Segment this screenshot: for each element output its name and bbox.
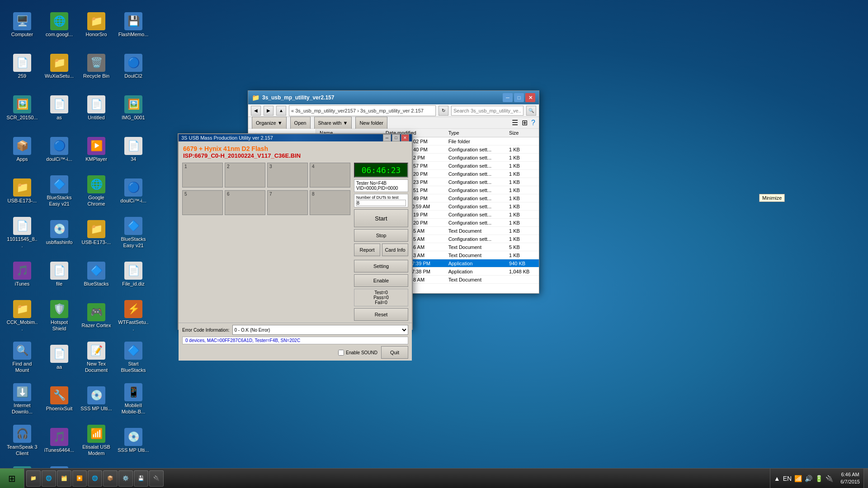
desktop-icon-mobileII[interactable]: 📱 MobileII Mobile-B... bbox=[116, 379, 151, 419]
desktop-icon-bluestacks[interactable]: 🔷 BlueStacks bbox=[79, 254, 114, 295]
desktop-icon-wuxiasetu[interactable]: 📁 WuXiaSetu... bbox=[42, 46, 77, 87]
taskbar-item-media[interactable]: ▶️ bbox=[72, 470, 87, 487]
slot-num-label: 7 bbox=[269, 192, 272, 197]
search-button[interactable]: 🔍 bbox=[526, 106, 536, 116]
desktop-icon-sss-mp2[interactable]: 💿 SSS MP Ulti... bbox=[116, 420, 151, 461]
stop-button[interactable]: Stop bbox=[354, 229, 408, 242]
desktop-icon-as[interactable]: 📄 as bbox=[42, 88, 77, 128]
taskbar-item-usb[interactable]: 🔌 bbox=[149, 470, 164, 487]
col-type[interactable]: Type bbox=[445, 129, 505, 137]
tray-usb-icon[interactable]: 🔌 bbox=[826, 475, 833, 482]
enable-sound-checkbox[interactable] bbox=[338, 350, 344, 356]
desktop-icon-bluestacks-ev[interactable]: 🔷 BlueStacks Easy v21 bbox=[42, 171, 77, 211]
desktop-icon-scr[interactable]: 🖼️ SCR_20150... bbox=[5, 88, 40, 128]
help-icon[interactable]: ? bbox=[531, 119, 535, 127]
setting-button[interactable]: Setting bbox=[354, 260, 408, 272]
desktop-icon-untitled[interactable]: 📄 Untitled bbox=[79, 88, 114, 128]
desktop-icon-etisalat[interactable]: 📶 Etisalat USB Modem bbox=[79, 420, 114, 461]
taskbar-item-settings[interactable]: ⚙️ bbox=[118, 470, 133, 487]
desktop-icon-honorsro[interactable]: 📁 HonorSro bbox=[79, 5, 114, 45]
taskbar-item-ie[interactable]: 🌐 bbox=[42, 470, 56, 487]
desktop-icon-start-bluestacks[interactable]: 🔷 Start BlueStacks bbox=[116, 337, 151, 378]
forward-button[interactable]: ▶ bbox=[264, 106, 274, 116]
desktop-icon-file[interactable]: 📄 file bbox=[42, 254, 77, 295]
share-with-button[interactable]: Share with ▼ bbox=[314, 117, 352, 129]
desktop-icon-new-tex-doc[interactable]: 📝 New Tex Document bbox=[79, 337, 114, 378]
new-folder-button[interactable]: New folder bbox=[355, 117, 387, 129]
search-input[interactable] bbox=[451, 106, 524, 116]
taskbar-item-explorer[interactable]: 📁 bbox=[26, 470, 41, 487]
system-clock[interactable]: 6:46 AM 6/7/2015 bbox=[837, 471, 863, 485]
desktop-icon-itunes[interactable]: 🎵 iTunes bbox=[5, 254, 40, 295]
file-type-cell: Configuration sett... bbox=[445, 154, 505, 162]
desktop-icon-11011545[interactable]: 📄 11011545_8... bbox=[5, 212, 40, 253]
desktop-icon-fileid[interactable]: 📄 File_id.diz bbox=[116, 254, 151, 295]
taskbar-item-defrag[interactable]: 💾 bbox=[134, 470, 148, 487]
desktop-icon-apps[interactable]: 📦 Apps bbox=[5, 129, 40, 170]
open-button[interactable]: Open bbox=[290, 117, 311, 129]
usb-maximize-btn[interactable]: □ bbox=[392, 134, 400, 141]
desktop-icon-sss-mp[interactable]: 💿 SSS MP Ulti... bbox=[79, 379, 114, 419]
desktop-icon-hotspot[interactable]: 🛡️ Hotspot Shield bbox=[42, 296, 77, 336]
tray-sound-icon[interactable]: 🔊 bbox=[805, 475, 812, 482]
organize-button[interactable]: Organize ▼ bbox=[252, 117, 287, 129]
desktop-icon-doulcitm2[interactable]: 🔵 doulCi™-i... bbox=[116, 171, 151, 211]
reset-button[interactable]: Reset bbox=[354, 308, 408, 321]
desktop-icon-phoenixsuit[interactable]: 🔧 PhoenixSuit bbox=[42, 379, 77, 419]
desktop-icon-bluestacks-ev2[interactable]: 🔷 BlueStacks Easy v21 bbox=[116, 212, 151, 253]
taskbar-item-windows[interactable]: 🗂️ bbox=[57, 470, 71, 487]
desktop-icon-find-mount[interactable]: 🔍 Find and Mount bbox=[5, 337, 40, 378]
etisalat-label: Etisalat USB Modem bbox=[80, 444, 112, 456]
desktop-icon-google-chrome[interactable]: 🌐 Google Chrome bbox=[79, 171, 114, 211]
desktop-icon-kmplayer[interactable]: ▶️ KMPlayer bbox=[79, 129, 114, 170]
up-button[interactable]: ▲ bbox=[276, 106, 286, 116]
taskbar-item-chrome[interactable]: 🌐 bbox=[88, 470, 102, 487]
tray-network-icon[interactable]: 📶 bbox=[794, 475, 802, 482]
minimize-button[interactable]: ─ bbox=[503, 93, 513, 102]
desktop-icon-usbflashinfo[interactable]: 💿 usbflashinfo bbox=[42, 212, 77, 253]
desktop-icon-teamspeak[interactable]: 🎧 TeamSpeak 3 Client bbox=[5, 420, 40, 461]
desktop-icon-34[interactable]: 📄 34 bbox=[116, 129, 151, 170]
start-button[interactable]: Start bbox=[354, 209, 408, 227]
desktop-icon-usbe1732[interactable]: 📁 USB-E173-... bbox=[79, 212, 114, 253]
usb-titlebar[interactable]: 3S USB Mass Production Utility ver 2.157… bbox=[179, 134, 412, 141]
desktop-icon-itunes64[interactable]: 🎵 iTunes6464... bbox=[42, 420, 77, 461]
view-details-icon[interactable]: ☰ bbox=[512, 118, 518, 127]
quit-button[interactable]: Quit bbox=[381, 346, 408, 359]
desktop-icon-img0001[interactable]: 🖼️ IMG_0001 bbox=[116, 88, 151, 128]
desktop-icon-com-google[interactable]: 🌐 com.googl... bbox=[42, 5, 77, 45]
error-select[interactable]: 0 - O.K (No Error) bbox=[232, 325, 409, 335]
desktop-icon-wtfastsu[interactable]: ⚡ WTFastSetu... bbox=[116, 296, 151, 336]
dut-value-input[interactable] bbox=[356, 200, 406, 206]
usb-close-btn[interactable]: ✕ bbox=[401, 134, 409, 141]
card-info-button[interactable]: Card Info bbox=[382, 244, 408, 256]
desktop-icon-doulci2[interactable]: 🔵 DoulCI2 bbox=[116, 46, 151, 87]
refresh-button[interactable]: ↻ bbox=[439, 106, 448, 116]
show-desktop-btn[interactable] bbox=[863, 469, 868, 488]
maximize-button[interactable]: □ bbox=[514, 93, 524, 102]
desktop-icon-usbe173[interactable]: 📁 USB-E173-... bbox=[5, 171, 40, 211]
usb-minimize-btn[interactable]: ─ bbox=[383, 134, 391, 141]
desktop-icon-cck[interactable]: 📁 CCK_Mobim... bbox=[5, 296, 40, 336]
desktop-icon-razer[interactable]: 🎮 Razer Cortex bbox=[79, 296, 114, 336]
desktop-icon-doulcitm[interactable]: 🔵 doulCi™-i... bbox=[42, 129, 77, 170]
report-button[interactable]: Report bbox=[354, 244, 380, 256]
desktop-icon-flashmemo[interactable]: 💾 FlashMemo... bbox=[116, 5, 151, 45]
close-button[interactable]: ✕ bbox=[525, 93, 535, 102]
desktop-icon-259[interactable]: 📄 259 bbox=[5, 46, 40, 87]
col-size[interactable]: Size bbox=[505, 129, 539, 137]
file-explorer-titlebar[interactable]: 📁 3s_usb_mp_utility_ver2.157 ─ □ ✕ bbox=[248, 91, 539, 104]
view-icons-icon[interactable]: ⊞ bbox=[522, 118, 528, 127]
tray-arrow-icon[interactable]: ▲ bbox=[774, 475, 780, 482]
start-button[interactable]: ⊞ bbox=[0, 469, 24, 488]
desktop-icon-computer[interactable]: 🖥️ Computer bbox=[5, 5, 40, 45]
back-button[interactable]: ◀ bbox=[251, 106, 261, 116]
desktop-icon-recycle[interactable]: 🗑️ Recycle Bin bbox=[79, 46, 114, 87]
desktop-icon-aa[interactable]: 📄 aa bbox=[42, 337, 77, 378]
tray-battery-icon[interactable]: 🔋 bbox=[815, 475, 823, 482]
file-type-cell: Configuration sett... bbox=[445, 194, 505, 202]
desktop-icon-internet-dl[interactable]: ⬇️ Internet Downlo... bbox=[5, 379, 40, 419]
address-bar[interactable]: « 3s_usb_mp_utility_ver2157 › 3s_usb_mp_… bbox=[289, 105, 436, 116]
taskbar-item-app1[interactable]: 📦 bbox=[103, 470, 118, 487]
enable-button[interactable]: Enable bbox=[354, 274, 408, 287]
